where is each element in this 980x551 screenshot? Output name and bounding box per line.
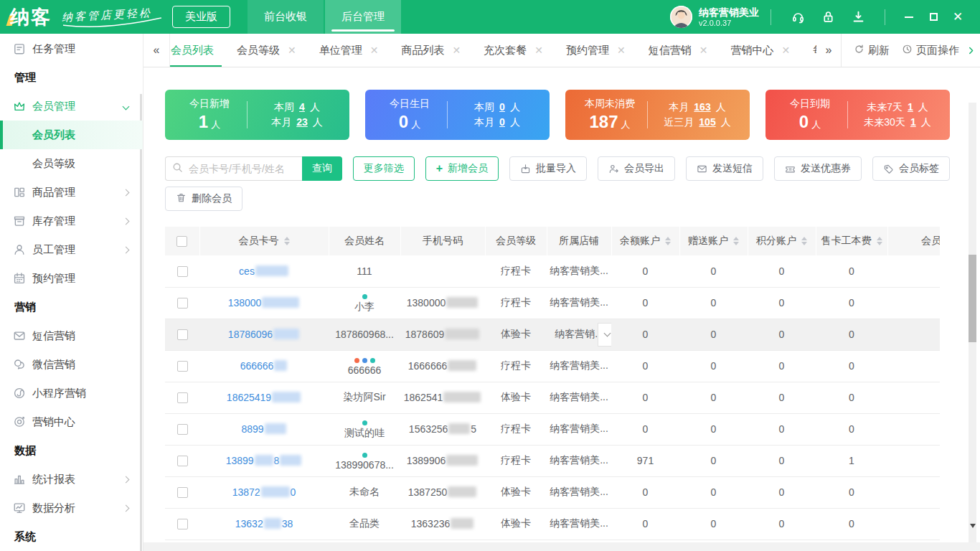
table-row[interactable]: 8899测试的哇15632565疗程卡纳客营销美...0000 — [165, 413, 940, 445]
table-row[interactable]: 6666666666661666666疗程卡纳客营销美...0000 — [165, 350, 940, 382]
action-发送优惠券-button[interactable]: 发送优惠券 — [774, 156, 862, 181]
page-ops-chevron-icon[interactable] — [966, 46, 976, 55]
table-row[interactable]: 138000小李1380000疗程卡纳客营销美...0000 — [165, 287, 940, 319]
sidebar-item-营销中心[interactable]: 营销中心 — [0, 408, 143, 436]
sidebar-item-微信营销[interactable]: 微信营销 — [0, 350, 143, 379]
tab-会员等级[interactable]: 会员等级✕ — [225, 34, 308, 67]
close-button[interactable]: ✕ — [946, 9, 970, 24]
row-checkbox[interactable] — [177, 329, 188, 340]
row-checkbox[interactable] — [177, 487, 188, 498]
stat-sub-value[interactable]: 0 — [499, 100, 505, 115]
search-input[interactable] — [187, 162, 296, 175]
topnav-前台收银[interactable]: 前台收银 — [248, 0, 324, 34]
refresh-button[interactable]: 刷新 — [854, 44, 890, 57]
sidebar-item-短信营销[interactable]: 短信营销 — [0, 321, 143, 350]
maximize-button[interactable] — [921, 10, 946, 24]
header-fee[interactable]: 售卡工本费 — [816, 227, 887, 255]
header-points[interactable]: 积分账户 — [748, 227, 816, 255]
stat-sub-value[interactable]: 1 — [910, 115, 916, 130]
search-button[interactable]: 查询 — [302, 156, 341, 181]
table-row[interactable]: 18786096187860968...1878609体验卡纳客营销...000… — [165, 319, 940, 350]
stat-sub-value[interactable]: 1 — [908, 100, 913, 115]
header-balance[interactable]: 余额账户 — [611, 227, 679, 255]
member-card-link[interactable]: 1363238 — [235, 518, 293, 529]
download-icon[interactable] — [851, 10, 865, 24]
tab-close-icon[interactable]: ✕ — [452, 45, 461, 55]
table-row[interactable]: 138720未命名1387250体验卡纳客营销美...0000 — [165, 476, 940, 508]
member-card-link[interactable]: 666666 — [240, 360, 288, 372]
action-会员标签-button[interactable]: 会员标签 — [872, 156, 950, 181]
header-gift[interactable]: 赠送账户 — [679, 227, 748, 255]
member-card-link[interactable]: 8899 — [241, 423, 286, 435]
row-checkbox[interactable] — [177, 266, 188, 277]
more-filters-button[interactable]: 更多筛选 — [353, 156, 415, 181]
stat-sub-value[interactable]: 163 — [694, 100, 710, 115]
add-member-button[interactable]: +新增会员 — [425, 156, 499, 181]
row-checkbox[interactable] — [177, 424, 188, 435]
sidebar-item-数据分析[interactable]: 数据分析 — [0, 494, 143, 522]
stat-card-今日到期[interactable]: 今日到期0人未来7天1人未来30天1人 — [765, 90, 950, 140]
member-card-link[interactable]: 18786096 — [228, 329, 300, 340]
delete-member-button[interactable]: 删除会员 — [165, 187, 242, 211]
member-card-link[interactable]: 138998 — [226, 455, 303, 466]
lock-screen-icon[interactable] — [821, 10, 835, 24]
tab-充次套餐[interactable]: 充次套餐✕ — [472, 34, 555, 67]
member-card-link[interactable]: 18625419 — [227, 392, 301, 403]
row-checkbox[interactable] — [177, 361, 188, 372]
edition-badge[interactable]: 美业版 — [172, 6, 230, 28]
sort-icon[interactable] — [801, 237, 807, 245]
tab-close-icon[interactable]: ✕ — [781, 45, 790, 55]
table-row[interactable]: 1363238全品类1363236体验卡纳客营销美...0000 — [165, 508, 940, 540]
stat-sub-value[interactable]: 4 — [299, 100, 305, 115]
select-all-checkbox[interactable] — [176, 236, 187, 247]
page-scrollbar[interactable] — [969, 103, 976, 542]
tab-营销中心[interactable]: 营销中心✕ — [719, 34, 801, 67]
sidebar-item-小程序营销[interactable]: 小程序营销 — [0, 379, 143, 408]
row-checkbox[interactable] — [177, 456, 188, 466]
user-info[interactable]: 纳客营销美业 v2.0.0.37 — [670, 6, 759, 28]
sidebar-item-统计报表[interactable]: 统计报表 — [0, 465, 143, 494]
sort-icon[interactable] — [284, 237, 290, 245]
tab-close-icon[interactable]: ✕ — [370, 45, 379, 55]
action-发送短信-button[interactable]: 发送短信 — [686, 156, 763, 181]
action-批量导入-button[interactable]: 批量导入 — [509, 156, 587, 181]
sidebar-item-库存管理[interactable]: 库存管理 — [0, 207, 143, 235]
tab-单位管理[interactable]: 单位管理✕ — [308, 34, 390, 67]
sidebar-item-商品管理[interactable]: 商品管理 — [0, 178, 143, 207]
tab-商品列表[interactable]: 商品列表✕ — [390, 34, 472, 67]
sort-icon[interactable] — [665, 237, 671, 245]
sidebar-item-会员管理[interactable]: 会员管理 — [0, 92, 143, 121]
tab-每日对账[interactable]: 每日对账✕ — [801, 34, 816, 67]
tab-预约管理[interactable]: 预约管理✕ — [555, 34, 637, 67]
table-row[interactable]: 18625419染坊阿Sir1862541体验卡纳客营销美...0000 — [165, 382, 940, 413]
action-会员导出-button[interactable]: 会员导出 — [598, 156, 675, 181]
sidebar-item-员工管理[interactable]: 员工管理 — [0, 235, 143, 264]
table-row[interactable]: ces111疗程卡纳客营销美...0000 — [165, 255, 940, 287]
sort-icon[interactable] — [877, 237, 882, 245]
table-row[interactable]: 138998138990678...1389906疗程卡纳客营销美...9710… — [165, 445, 940, 476]
sidebar-item-任务管理[interactable]: 任务管理 — [0, 34, 143, 63]
header-card[interactable]: 会员卡号 — [199, 227, 329, 255]
stat-sub-value[interactable]: 105 — [699, 115, 715, 130]
tab-短信营销[interactable]: 短信营销✕ — [637, 34, 720, 67]
row-checkbox[interactable] — [177, 392, 188, 403]
member-card-link[interactable]: 138720 — [232, 486, 296, 498]
scrollbar-down-arrow[interactable] — [970, 524, 976, 528]
minimize-button[interactable] — [897, 10, 921, 24]
store-expand-button[interactable] — [598, 323, 611, 347]
page-scrollbar-thumb[interactable] — [969, 255, 976, 342]
tab-close-icon[interactable]: ✕ — [534, 45, 543, 55]
topnav-后台管理[interactable]: 后台管理 — [325, 0, 401, 34]
member-card-link[interactable]: 138000 — [228, 297, 301, 309]
support-headset-icon[interactable] — [791, 10, 805, 24]
row-checkbox[interactable] — [177, 519, 188, 529]
expand-tabs-button[interactable]: » — [816, 44, 841, 57]
stat-card-本周未消费[interactable]: 本周未消费187人本月163人近三月105人 — [565, 90, 750, 140]
sidebar-item-预约管理[interactable]: 预约管理 — [0, 264, 143, 293]
tab-close-icon[interactable]: ✕ — [288, 45, 296, 55]
stat-sub-value[interactable]: 0 — [499, 115, 505, 130]
stat-card-今日生日[interactable]: 今日生日0人本周0人本月0人 — [365, 90, 550, 140]
sort-icon[interactable] — [733, 237, 739, 245]
sidebar-subitem-会员等级[interactable]: 会员等级 — [0, 149, 143, 178]
sidebar-subitem-会员列表[interactable]: 会员列表 — [0, 121, 143, 149]
